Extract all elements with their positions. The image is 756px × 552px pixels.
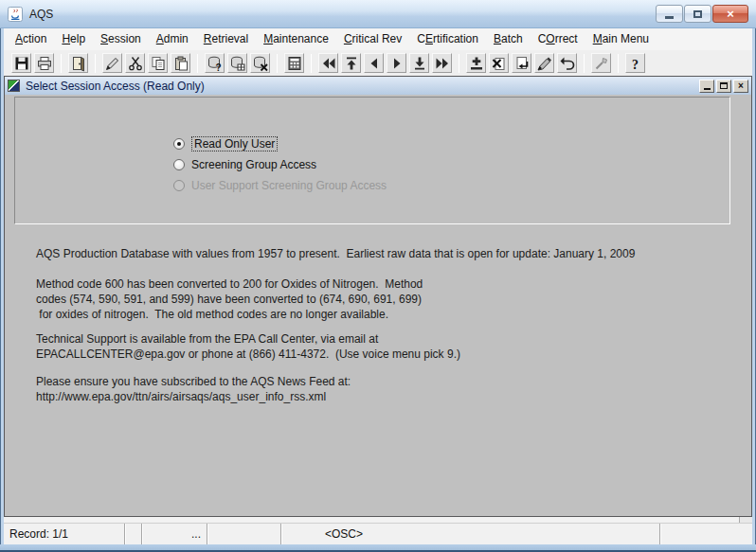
inner-window-titlebar[interactable]: Select Session Access (Read Only) × bbox=[5, 77, 751, 95]
previous-record-icon bbox=[366, 55, 383, 72]
close-icon: × bbox=[738, 81, 744, 91]
inner-close-button[interactable]: × bbox=[733, 80, 748, 93]
tools-icon bbox=[593, 55, 610, 72]
print-icon bbox=[36, 55, 53, 72]
menu-item-retrieval[interactable]: Retrieval bbox=[196, 28, 256, 50]
help-icon: ? bbox=[627, 55, 644, 72]
lock-record-icon bbox=[513, 55, 531, 72]
cancel-query-button[interactable] bbox=[250, 53, 270, 73]
enter-query-button[interactable]: ? bbox=[205, 53, 225, 73]
status-cell-empty bbox=[660, 524, 752, 544]
update-record-button[interactable] bbox=[534, 53, 554, 73]
production-database-text: AQS Production Database with values from… bbox=[36, 246, 635, 261]
paste-icon bbox=[172, 55, 189, 72]
window-titlebar[interactable]: AQS × bbox=[0, 0, 756, 28]
inner-maximize-button[interactable] bbox=[716, 80, 731, 93]
menu-item-main-menu[interactable]: Main Menu bbox=[585, 28, 657, 50]
menu-mnemonic: M bbox=[263, 32, 273, 45]
copy-button[interactable] bbox=[148, 53, 168, 73]
remove-record-button[interactable] bbox=[489, 53, 509, 73]
toolbar: ? bbox=[4, 50, 752, 76]
print-button[interactable] bbox=[34, 53, 54, 73]
toolbar-separator bbox=[459, 54, 459, 73]
save-button[interactable] bbox=[11, 53, 31, 73]
last-record-button[interactable] bbox=[432, 53, 452, 73]
next-block-button[interactable] bbox=[409, 53, 429, 73]
cancel-query-icon bbox=[252, 55, 269, 72]
menu-text: C bbox=[417, 32, 425, 45]
toolbar-separator bbox=[277, 54, 278, 73]
toolbar-separator bbox=[197, 54, 198, 73]
menu-item-admin[interactable]: Admin bbox=[149, 28, 196, 50]
menu-mnemonic: A bbox=[15, 32, 23, 45]
status-cell-empty bbox=[125, 524, 142, 544]
menu-text: rrect bbox=[555, 32, 578, 45]
exit-button[interactable] bbox=[68, 53, 88, 73]
minimize-icon bbox=[665, 16, 674, 19]
cut-button[interactable] bbox=[125, 53, 145, 73]
copy-icon bbox=[150, 55, 167, 72]
toolbar-separator bbox=[311, 54, 312, 73]
tech-support-text-line1: Technical Support is available from the … bbox=[36, 331, 378, 347]
menu-bar: Action Help Session Admin Retrieval Main… bbox=[4, 28, 752, 50]
menu-mnemonic: S bbox=[100, 32, 108, 45]
radio-button-icon bbox=[173, 180, 185, 191]
menu-item-correct[interactable]: COrrect bbox=[531, 28, 585, 50]
edit-button[interactable] bbox=[102, 53, 122, 73]
display-list-icon bbox=[286, 55, 303, 72]
radio-button-icon[interactable] bbox=[173, 138, 185, 150]
method-code-text-line2: codes (574, 590, 591, and 599) have been… bbox=[36, 292, 422, 307]
inner-minimize-button[interactable] bbox=[699, 80, 714, 93]
rollback-button[interactable] bbox=[557, 53, 577, 73]
java-app-icon bbox=[8, 7, 23, 22]
window-controls: × bbox=[656, 5, 748, 23]
menu-item-certification[interactable]: CErtification bbox=[409, 28, 486, 50]
maximize-button[interactable] bbox=[684, 5, 711, 23]
insert-record-icon bbox=[468, 55, 485, 72]
previous-record-button[interactable] bbox=[364, 53, 384, 73]
menu-mnemonic: E bbox=[425, 32, 433, 45]
toolbar-separator bbox=[95, 54, 96, 73]
rollback-icon bbox=[559, 55, 576, 72]
menu-text: ritical Rev bbox=[352, 32, 403, 45]
minimize-icon bbox=[704, 88, 711, 90]
radio-screening-group-access[interactable]: Screening Group Access bbox=[173, 157, 316, 172]
paste-button[interactable] bbox=[171, 53, 190, 73]
remove-record-icon bbox=[491, 55, 508, 72]
minimize-button[interactable] bbox=[656, 5, 683, 23]
radio-label[interactable]: Screening Group Access bbox=[191, 158, 316, 171]
forms-window-icon bbox=[8, 80, 20, 92]
menu-item-session[interactable]: Session bbox=[93, 28, 149, 50]
execute-query-button[interactable] bbox=[227, 53, 247, 73]
menu-item-batch[interactable]: Batch bbox=[486, 28, 531, 50]
display-list-button[interactable] bbox=[284, 53, 304, 73]
previous-block-button[interactable] bbox=[341, 53, 361, 73]
lock-record-button[interactable] bbox=[512, 53, 531, 73]
menu-item-help[interactable]: Help bbox=[54, 28, 93, 50]
menu-item-maintenance[interactable]: Maintenance bbox=[256, 28, 336, 50]
insert-record-button[interactable] bbox=[466, 53, 486, 73]
menu-text: ain Menu bbox=[603, 32, 649, 45]
radio-label: User Support Screening Group Access bbox=[191, 179, 387, 192]
help-button[interactable]: ? bbox=[625, 53, 645, 73]
radio-read-only-user[interactable]: Read Only User bbox=[173, 136, 278, 151]
update-record-icon bbox=[536, 55, 553, 72]
save-icon bbox=[13, 55, 30, 72]
menu-text: atch bbox=[501, 32, 523, 45]
toolbar-separator bbox=[61, 54, 62, 73]
close-button[interactable]: × bbox=[712, 5, 748, 23]
menu-item-action[interactable]: Action bbox=[8, 28, 54, 50]
window-title: AQS bbox=[29, 8, 656, 21]
radio-button-icon[interactable] bbox=[173, 159, 185, 170]
tools-button[interactable] bbox=[591, 53, 611, 73]
menu-item-critical-rev[interactable]: Critical Rev bbox=[336, 28, 409, 50]
menu-text: aintenance bbox=[273, 32, 329, 45]
radio-label[interactable]: Read Only User bbox=[191, 136, 278, 151]
menu-text: etrieval bbox=[211, 32, 248, 45]
menu-text: dmin bbox=[164, 32, 189, 45]
first-record-button[interactable] bbox=[318, 53, 338, 73]
next-record-button[interactable] bbox=[387, 53, 406, 73]
status-osc-indicator: <OSC> bbox=[281, 524, 660, 544]
toolbar-separator bbox=[618, 54, 619, 73]
method-code-text-line1: Method code 600 has been converted to 20… bbox=[36, 276, 423, 292]
